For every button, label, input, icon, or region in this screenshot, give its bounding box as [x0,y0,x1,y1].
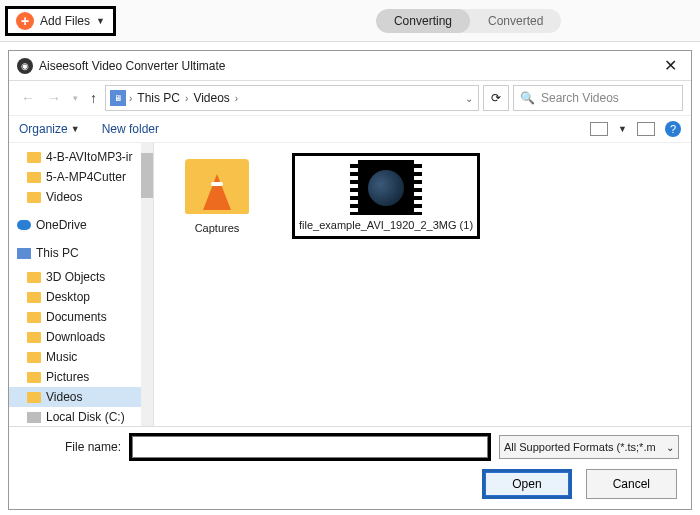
tab-converting[interactable]: Converting [376,9,470,33]
nav-up-icon[interactable]: ↑ [86,88,101,108]
sidebar-item-label: OneDrive [36,218,87,232]
app-icon: ◉ [17,58,33,74]
sidebar-item-downloads[interactable]: Downloads [9,327,153,347]
nav-forward-icon[interactable]: → [43,88,65,108]
video-thumbnail-icon [350,160,422,215]
sidebar-item-pictures[interactable]: Pictures [9,367,153,387]
sidebar-item-label: 4-B-AVItoMP3-ir [46,150,132,164]
chevron-right-icon: › [234,93,239,104]
folder-icon [27,392,41,403]
history-caret-icon[interactable]: ⌄ [464,93,474,104]
folder-icon [185,159,249,214]
caret-down-icon[interactable]: ▼ [618,124,627,134]
sidebar-item-4-b-avitomp3-ir[interactable]: 4-B-AVItoMP3-ir [9,147,153,167]
sidebar-item-local-disk-c-[interactable]: Local Disk (C:) [9,407,153,426]
video-file-selected[interactable]: file_example_AVI_1920_2_3MG (1) [292,153,480,239]
dialog-footer: File name: All Supported Formats (*.ts;*… [9,426,691,509]
chevron-right-icon: › [184,93,189,104]
sidebar-item-label: Music [46,350,77,364]
refresh-icon: ⟳ [491,91,501,105]
sidebar-item-label: 3D Objects [46,270,105,284]
sidebar-item-music[interactable]: Music [9,347,153,367]
cloud-icon [17,220,31,230]
view-options-icon[interactable] [590,122,608,136]
nav-back-icon[interactable]: ← [17,88,39,108]
folder-icon [27,372,41,383]
sidebar-item-label: 5-A-MP4Cutter [46,170,126,184]
toolbar: Organize ▼ New folder ▼ ? [9,116,691,143]
add-files-button[interactable]: + Add Files ▼ [5,6,116,36]
sidebar-item-label: Videos [46,390,82,404]
sidebar-item-videos[interactable]: Videos [9,387,153,407]
format-filter-select[interactable]: All Supported Formats (*.ts;*.m ⌄ [499,435,679,459]
open-button[interactable]: Open [485,472,568,496]
sidebar-item-documents[interactable]: Documents [9,307,153,327]
folder-icon [27,272,41,283]
folder-captures[interactable]: Captures [172,153,262,234]
plus-icon: + [16,12,34,30]
main-tabs: Converting Converted [376,9,561,33]
nav-row: ← → ▾ ↑ 🖥 › This PC › Videos › ⌄ ⟳ 🔍 Sea… [9,81,691,116]
file-name-label: File name: [21,440,121,454]
folder-icon [27,172,41,183]
chevron-right-icon: › [128,93,133,104]
sidebar-item-label: This PC [36,246,79,260]
sidebar-item-label: Downloads [46,330,105,344]
sidebar-item-3d-objects[interactable]: 3D Objects [9,267,153,287]
sidebar-item-onedrive[interactable]: OneDrive [9,215,153,235]
add-files-label: Add Files [40,14,90,28]
search-input[interactable]: 🔍 Search Videos [513,85,683,111]
app-topbar: + Add Files ▼ Converting Converted [0,0,700,42]
organize-menu[interactable]: Organize ▼ [19,122,80,136]
search-icon: 🔍 [520,91,535,105]
close-icon[interactable]: ✕ [658,56,683,75]
sidebar-item-videos[interactable]: Videos [9,187,153,207]
sidebar-item-desktop[interactable]: Desktop [9,287,153,307]
file-grid: Captures file_example_AVI_1920_2_3MG (1) [154,143,691,426]
sidebar-item-label: Local Disk (C:) [46,410,125,424]
scrollbar[interactable] [141,143,153,426]
pc-icon: 🖥 [110,90,126,106]
tab-converted[interactable]: Converted [470,9,561,33]
file-open-dialog: ◉ Aiseesoft Video Converter Ultimate ✕ ←… [8,50,692,510]
open-button-highlight: Open [482,469,571,499]
cancel-button[interactable]: Cancel [586,469,677,499]
folder-icon [27,312,41,323]
vlc-cone-icon [203,174,231,210]
preview-pane-icon[interactable] [637,122,655,136]
sidebar-item-this-pc[interactable]: This PC [9,243,153,263]
sidebar-item-label: Videos [46,190,82,204]
folder-icon [27,332,41,343]
scroll-thumb[interactable] [141,153,153,198]
sidebar-item-5-a-mp4cutter[interactable]: 5-A-MP4Cutter [9,167,153,187]
file-name-highlight [129,433,491,461]
new-folder-button[interactable]: New folder [102,122,159,136]
breadcrumb-root[interactable]: This PC [135,91,182,105]
breadcrumb-folder[interactable]: Videos [191,91,231,105]
dialog-titlebar: ◉ Aiseesoft Video Converter Ultimate ✕ [9,51,691,81]
sidebar-item-label: Documents [46,310,107,324]
search-placeholder: Search Videos [541,91,619,105]
file-label: Captures [172,222,262,234]
disk-icon [27,412,41,423]
file-label: file_example_AVI_1920_2_3MG (1) [299,219,473,232]
sidebar-item-label: Desktop [46,290,90,304]
folder-icon [27,352,41,363]
refresh-button[interactable]: ⟳ [483,85,509,111]
sidebar: 4-B-AVItoMP3-ir5-A-MP4CutterVideosOneDri… [9,143,154,426]
folder-icon [27,292,41,303]
help-icon[interactable]: ? [665,121,681,137]
sidebar-item-label: Pictures [46,370,89,384]
caret-down-icon: ▼ [71,124,80,134]
nav-recent-caret-icon[interactable]: ▾ [69,91,82,105]
dialog-title: Aiseesoft Video Converter Ultimate [39,59,658,73]
folder-icon [27,192,41,203]
folder-icon [27,152,41,163]
dialog-body: 4-B-AVItoMP3-ir5-A-MP4CutterVideosOneDri… [9,143,691,426]
caret-down-icon: ▼ [96,16,105,26]
address-bar[interactable]: 🖥 › This PC › Videos › ⌄ [105,85,479,111]
caret-down-icon: ⌄ [666,442,674,453]
file-name-input[interactable] [132,436,488,458]
pc-icon [17,248,31,259]
